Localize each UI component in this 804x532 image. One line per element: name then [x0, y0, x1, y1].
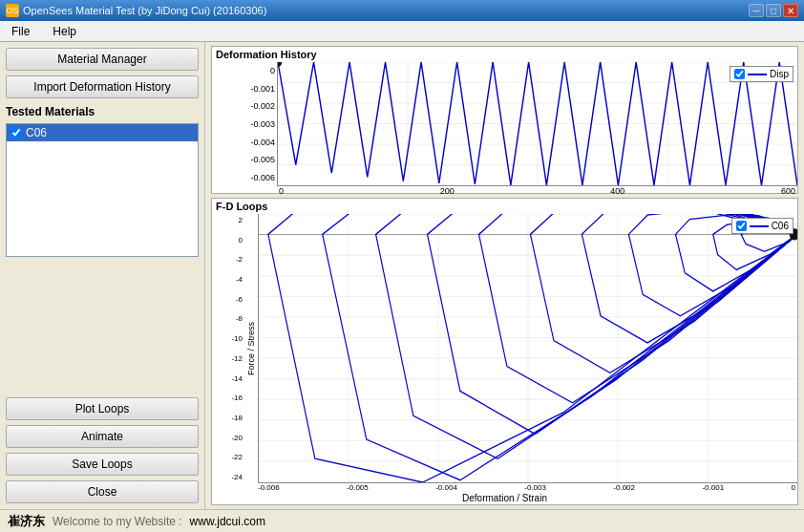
title-bar-left: OS OpenSees Material Test (by JiDong Cui…: [6, 4, 266, 17]
legend-checkbox-disp[interactable]: [734, 69, 745, 79]
status-bar: 崔济东 Welcome to my Website : www.jdcui.co…: [0, 509, 804, 532]
material-checkbox-c06[interactable]: [11, 127, 22, 138]
y-axis-title-bottom: Force / Stress: [244, 214, 258, 483]
minimize-button[interactable]: ─: [749, 4, 764, 17]
fd-legend: C06: [731, 218, 793, 234]
close-window-button[interactable]: ✕: [783, 4, 798, 17]
save-loops-button[interactable]: Save Loops: [6, 453, 199, 476]
right-panel: Deformation History 0 -0.001 -0.002 -0.0…: [205, 42, 804, 509]
app-icon-text: OS: [6, 6, 18, 15]
deformation-history-title: Deformation History: [212, 47, 797, 62]
material-manager-button[interactable]: Material Manager: [6, 48, 199, 71]
left-panel: Material Manager Import Deformation Hist…: [0, 42, 205, 509]
y-label-bottom: Force / Stress: [246, 322, 256, 375]
y-axis-labels-bottom: 2 0 -2 -4 -6 -8 -10 -12 -14 -16 -18 -20 …: [212, 214, 244, 483]
title-bar: OS OpenSees Material Test (by JiDong Cui…: [0, 0, 804, 21]
tested-materials-label: Tested Materials: [6, 105, 199, 118]
material-item-c06[interactable]: C06: [7, 124, 198, 141]
menu-help[interactable]: Help: [45, 23, 84, 40]
status-name: 崔济东: [8, 513, 45, 530]
plot-loops-button[interactable]: Plot Loops: [6, 397, 199, 420]
menu-bar: File Help: [0, 21, 804, 42]
legend-label-disp: Disp: [770, 69, 789, 79]
deformation-history-svg: [278, 62, 797, 185]
legend-label-c06: C06: [772, 221, 789, 231]
title-bar-controls[interactable]: ─ □ ✕: [749, 4, 798, 17]
deformation-legend: Disp: [730, 66, 793, 82]
maximize-button[interactable]: □: [766, 4, 781, 17]
close-button[interactable]: Close: [6, 480, 199, 503]
fd-loops-title: F-D Loops: [212, 199, 797, 214]
menu-file[interactable]: File: [4, 23, 37, 40]
fd-loops-chart: F-D Loops 2 0 -2 -4 -6 -8 -10 -12 -14 -1…: [211, 198, 798, 505]
fd-loops-svg: [259, 214, 797, 482]
window-title: OpenSees Material Test (by JiDong Cui) (…: [23, 5, 266, 16]
materials-list[interactable]: C06: [6, 123, 199, 257]
x-axis-ticks-bottom: -0.006 -0.005 -0.004 -0.003 -0.002 -0.00…: [212, 483, 797, 492]
material-name-c06: C06: [26, 126, 47, 139]
x-axis-ticks-top: 0 200 400 600: [212, 186, 797, 196]
legend-line-c06: [750, 225, 769, 227]
x-axis-label-bottom: Deformation / Strain: [212, 492, 797, 504]
deformation-history-chart: Deformation History 0 -0.001 -0.002 -0.0…: [211, 46, 798, 194]
legend-checkbox-c06[interactable]: [736, 221, 747, 231]
app-icon: OS: [6, 4, 19, 17]
import-deformation-button[interactable]: Import Deformation History: [6, 75, 199, 98]
status-separator: Welcome to my Website :: [53, 515, 182, 528]
svg-point-12: [278, 62, 282, 66]
status-url: www.jdcui.com: [190, 515, 265, 528]
main-content: Material Manager Import Deformation Hist…: [0, 42, 804, 509]
legend-line-disp: [748, 74, 767, 75]
animate-button[interactable]: Animate: [6, 425, 199, 448]
y-axis-labels-top: 0 -0.001 -0.002 -0.003 -0.004 -0.005 -0.…: [212, 62, 277, 186]
